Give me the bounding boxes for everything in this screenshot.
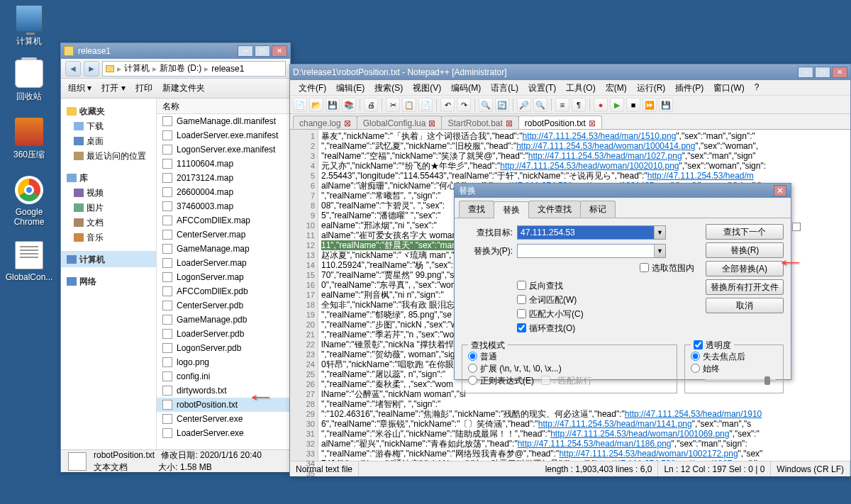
- file-item[interactable]: dirtywords.txt: [157, 383, 290, 398]
- file-item[interactable]: AFCComDllEx.pdb: [157, 284, 290, 298]
- breadcrumb[interactable]: ▸计算机 ▸新加卷 (D:) ▸release1: [102, 61, 286, 77]
- desktop-icon-computer[interactable]: 计算机: [4, 4, 54, 47]
- zoom-out-icon[interactable]: 🔍: [533, 98, 547, 112]
- paste-icon[interactable]: 📄: [418, 98, 433, 112]
- dialog-tab[interactable]: 标记: [580, 201, 616, 218]
- mode-normal-radio[interactable]: [468, 352, 477, 361]
- file-tab[interactable]: GlobalConfig.lua⊠: [357, 116, 443, 129]
- transparency-slider[interactable]: [705, 379, 776, 382]
- dialog-tab[interactable]: 文件查找: [528, 201, 581, 218]
- file-item[interactable]: LoaderServer.map: [157, 256, 290, 270]
- menu-item[interactable]: 插件(P): [671, 80, 708, 95]
- trans-lose-radio[interactable]: [691, 352, 700, 361]
- file-item[interactable]: logo.png: [157, 355, 290, 369]
- back-button[interactable]: ◄: [65, 61, 81, 77]
- file-item[interactable]: 20173124.map: [157, 171, 290, 185]
- minimize-button[interactable]: ─: [238, 45, 253, 57]
- redo-icon[interactable]: ↷: [457, 98, 471, 112]
- url-link[interactable]: http://47.111.254.53/head/man/1186.png: [518, 439, 672, 449]
- find-field[interactable]: [518, 226, 654, 239]
- tab-close-icon[interactable]: ⊠: [506, 118, 513, 128]
- save-icon[interactable]: 💾: [326, 98, 340, 112]
- organize-menu[interactable]: 组织 ▾: [68, 82, 91, 94]
- menu-item[interactable]: 编辑(E): [332, 80, 369, 95]
- menu-item[interactable]: 工具(O): [562, 80, 599, 95]
- sidebar-favorites-hdr[interactable]: 收藏夹: [61, 103, 156, 119]
- dropdown-icon[interactable]: ▼: [654, 226, 665, 239]
- file-item[interactable]: config.ini: [157, 369, 290, 383]
- desktop-icon-globalcon[interactable]: GlobalCon...: [4, 241, 54, 282]
- menu-item[interactable]: 宏(M): [601, 80, 631, 95]
- print-icon[interactable]: 🖨: [364, 98, 378, 112]
- file-item[interactable]: LoaderServer.pdb: [157, 327, 290, 341]
- file-tab[interactable]: StartRobot.bat⊠: [441, 116, 518, 129]
- print-button[interactable]: 打印: [135, 82, 152, 94]
- open-file-icon[interactable]: 📂: [309, 98, 323, 112]
- forward-button[interactable]: ►: [84, 61, 99, 77]
- trans-always-radio[interactable]: [691, 364, 700, 373]
- zoom-in-icon[interactable]: 🔎: [517, 98, 531, 112]
- fast-fwd-icon[interactable]: ⏩: [643, 98, 657, 112]
- new-file-icon[interactable]: 📄: [293, 98, 307, 112]
- new-folder-button[interactable]: 新建文件夹: [162, 82, 205, 94]
- file-item[interactable]: GameManage.pdb: [157, 313, 290, 327]
- file-item[interactable]: robotPosition.txt: [157, 398, 290, 412]
- file-tab[interactable]: change.log⊠: [293, 116, 357, 129]
- replace-field[interactable]: [518, 245, 654, 257]
- url-link[interactable]: http://47.111.254.53/head/man/1867.png: [595, 459, 749, 461]
- menu-item[interactable]: 文件(F): [294, 80, 330, 95]
- sidebar-item-recent[interactable]: 最近访问的位置: [61, 149, 156, 164]
- sidebar-item-documents[interactable]: 文档: [61, 215, 156, 230]
- transparency-checkbox[interactable]: [694, 340, 703, 349]
- file-item[interactable]: 11100604.map: [157, 157, 290, 171]
- close-button[interactable]: ✕: [832, 67, 847, 78]
- whole-word-checkbox[interactable]: [517, 295, 526, 304]
- save-all-icon[interactable]: 📚: [342, 98, 356, 112]
- url-link[interactable]: http://47.111.254.53/head/woman/1000414.…: [516, 141, 695, 151]
- file-list-header[interactable]: 名称: [157, 99, 290, 114]
- file-item[interactable]: 26600004.map: [157, 185, 290, 199]
- wrap-checkbox[interactable]: [517, 323, 526, 332]
- file-item[interactable]: GameManage.map: [157, 242, 290, 256]
- sidebar-network[interactable]: 网络: [61, 273, 156, 289]
- notepadpp-titlebar[interactable]: D:\release1\robotPosition.txt - Notepad+…: [290, 65, 850, 80]
- mode-regex-radio[interactable]: [468, 376, 477, 385]
- find-next-button[interactable]: 查找下一个: [706, 224, 784, 240]
- save-macro-icon[interactable]: 💾: [659, 98, 673, 112]
- desktop-icon-recycle[interactable]: 回收站: [4, 60, 54, 103]
- cut-icon[interactable]: ✂: [386, 98, 400, 112]
- in-selection-checkbox[interactable]: [640, 263, 649, 272]
- close-button[interactable]: ✕: [272, 45, 287, 57]
- menu-item[interactable]: 编码(M): [447, 80, 485, 95]
- menu-item[interactable]: 窗口(W): [709, 80, 748, 95]
- desktop-icon-chrome[interactable]: Google Chrome: [4, 176, 54, 227]
- dropdown-icon[interactable]: ▼: [654, 245, 665, 257]
- url-link[interactable]: http://47.111.254.53/head/woman/1002172.…: [559, 449, 738, 459]
- menu-item[interactable]: 运行(R): [633, 80, 670, 95]
- cancel-button[interactable]: 取消: [706, 298, 784, 313]
- file-item[interactable]: 37460003.map: [157, 199, 290, 213]
- sidebar-item-desktop[interactable]: 桌面: [61, 134, 156, 149]
- tab-close-icon[interactable]: ⊠: [344, 118, 351, 128]
- url-link[interactable]: http://47.111.254.53/head/man/1027.png: [528, 151, 682, 161]
- maximize-button[interactable]: □: [815, 67, 830, 78]
- file-item[interactable]: LoaderServer.exe.manifest: [157, 128, 290, 142]
- file-tab[interactable]: robotPosition.txt⊠: [518, 116, 602, 129]
- menu-item[interactable]: ?: [750, 80, 764, 95]
- url-link[interactable]: http://47.111.254.53/head/man/1510.png: [522, 131, 676, 141]
- tab-close-icon[interactable]: ⊠: [589, 118, 596, 128]
- sidebar-item-music[interactable]: 音乐: [61, 230, 156, 245]
- menu-item[interactable]: 语言(L): [486, 80, 523, 95]
- play-icon[interactable]: ▶: [610, 98, 624, 112]
- menu-item[interactable]: 视图(V): [408, 80, 445, 95]
- dialog-tab[interactable]: 查找: [459, 201, 494, 218]
- replace-icon[interactable]: 🔄: [495, 98, 509, 112]
- replace-button[interactable]: 替换(R): [706, 242, 784, 258]
- show-all-icon[interactable]: ¶: [572, 98, 586, 112]
- close-button[interactable]: ✕: [774, 185, 786, 196]
- url-link[interactable]: http://47.111.254.53/head/woman/1001069.…: [550, 429, 729, 439]
- copy-icon[interactable]: 📋: [402, 98, 416, 112]
- minimize-button[interactable]: ─: [798, 67, 813, 78]
- dialog-tab[interactable]: 替换: [494, 201, 529, 218]
- replace-in-files-button[interactable]: 替换所有打开文件: [706, 279, 784, 295]
